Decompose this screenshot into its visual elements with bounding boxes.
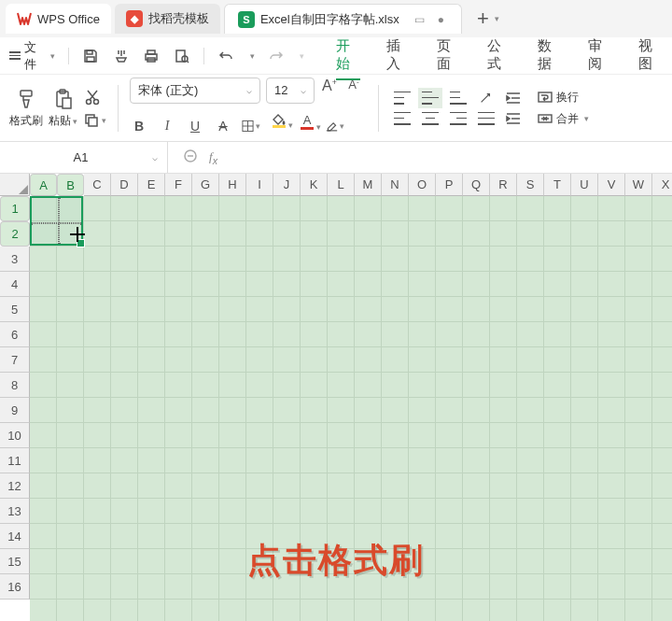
row-header[interactable]: 1 (0, 196, 30, 221)
fill-color-button[interactable]: ▾ (270, 114, 288, 137)
row-header[interactable]: 10 (0, 423, 30, 448)
increase-font-icon[interactable]: A+ (320, 78, 339, 104)
tab-page[interactable]: 页面 (437, 32, 461, 80)
col-header[interactable]: J (273, 174, 301, 196)
print-icon[interactable] (143, 47, 161, 65)
name-box[interactable]: A1 ⌵ (0, 142, 168, 173)
indent-decrease-icon[interactable] (506, 92, 523, 105)
col-header[interactable]: N (382, 174, 409, 196)
col-header[interactable]: D (111, 174, 138, 196)
row-header[interactable]: 4 (0, 272, 30, 297)
ribbon: 格式刷 粘贴▾ ▾ 宋体 (正文)⌵ 12⌵ A+ A- B I U A ▾ ▾… (0, 75, 672, 142)
undo-dropdown-icon[interactable]: ▾ (250, 51, 255, 61)
tab-wps-home[interactable]: WPS Office (6, 4, 111, 34)
align-left-icon[interactable] (394, 112, 411, 125)
col-header[interactable]: Q (463, 174, 490, 196)
col-header[interactable]: O (409, 174, 436, 196)
tab-formula[interactable]: 公式 (487, 32, 511, 80)
row-header[interactable]: 8 (0, 373, 30, 398)
row-header[interactable]: 2 (0, 221, 30, 247)
font-size-select[interactable]: 12⌵ (266, 78, 315, 104)
file-menu-button[interactable]: 文件 ▾ (9, 39, 55, 73)
col-header[interactable]: P (436, 174, 463, 196)
align-center-icon[interactable] (422, 112, 439, 125)
indent-increase-icon[interactable] (506, 112, 523, 125)
col-header[interactable]: X (652, 174, 672, 196)
col-header[interactable]: H (219, 174, 246, 196)
undo-icon[interactable] (217, 47, 235, 65)
justify-icon[interactable] (478, 112, 495, 125)
strike-icon[interactable]: A (214, 119, 232, 134)
row-header[interactable]: 11 (0, 448, 30, 473)
row-header[interactable]: 12 (0, 473, 30, 499)
select-all-corner[interactable] (0, 174, 30, 196)
decrease-font-icon[interactable]: A- (344, 78, 363, 104)
italic-icon[interactable]: I (158, 119, 176, 134)
col-header[interactable]: G (192, 174, 219, 196)
alignment-group (394, 92, 523, 125)
font-select[interactable]: 宋体 (正文)⌵ (130, 78, 260, 104)
tab-close-icon[interactable]: ● (438, 13, 444, 26)
border-button[interactable]: ▾ (242, 120, 260, 133)
row-header[interactable]: 3 (0, 247, 30, 272)
col-header[interactable]: C (84, 174, 111, 196)
col-header[interactable]: R (490, 174, 517, 196)
col-header[interactable]: U (571, 174, 598, 196)
cancel-formula-icon[interactable] (183, 148, 198, 166)
save-icon[interactable] (82, 47, 100, 65)
tab-file-active[interactable]: S Excel自制田字格字帖.xlsx ▭ ● (224, 4, 462, 34)
align-right-icon[interactable] (450, 112, 467, 125)
col-header[interactable]: V (598, 174, 625, 196)
row-header[interactable]: 6 (0, 322, 30, 347)
tab-review[interactable]: 审阅 (588, 32, 612, 80)
tab-start[interactable]: 开始 (336, 32, 360, 80)
tab-template[interactable]: ◆ 找稻壳模板 (115, 4, 220, 34)
font-color-button[interactable]: A▾ (298, 113, 316, 139)
tab-insert[interactable]: 插入 (386, 32, 411, 80)
new-tab-button[interactable]: + (477, 7, 489, 31)
col-header[interactable]: T (544, 174, 571, 196)
paste-button[interactable]: 粘贴▾ (49, 80, 77, 136)
preview-icon[interactable] (174, 47, 191, 65)
clear-format-button[interactable]: ▾ (326, 120, 344, 133)
cut-icon[interactable] (83, 88, 102, 106)
template-icon: ◆ (126, 10, 143, 27)
redo-icon[interactable] (268, 47, 286, 65)
tab-data[interactable]: 数据 (538, 32, 562, 80)
print-alt-icon[interactable] (113, 47, 131, 65)
col-header[interactable]: S (517, 174, 544, 196)
format-painter-button[interactable]: 格式刷 (9, 80, 43, 136)
col-header[interactable]: W (625, 174, 652, 196)
col-header[interactable]: F (165, 174, 192, 196)
fx-icon[interactable]: fx (209, 149, 217, 166)
bold-icon[interactable]: B (130, 119, 148, 134)
col-header[interactable]: E (138, 174, 165, 196)
tab-more-icon[interactable]: ▾ (495, 14, 499, 23)
col-header[interactable]: L (328, 174, 355, 196)
tab-menu-icon[interactable]: ▭ (414, 13, 425, 26)
row-header[interactable]: 7 (0, 347, 30, 373)
align-middle-icon[interactable] (422, 92, 439, 105)
wrap-label: 换行 (556, 90, 579, 106)
wrap-text-button[interactable]: 换行 (538, 90, 589, 106)
underline-icon[interactable]: U (186, 119, 204, 134)
col-header[interactable]: M (355, 174, 382, 196)
orientation-icon[interactable] (478, 92, 495, 105)
col-header[interactable]: A (30, 174, 57, 196)
copy-button[interactable]: ▾ (83, 112, 106, 129)
merge-button[interactable]: 合并▾ (538, 111, 589, 127)
tab-template-label: 找稻壳模板 (148, 10, 209, 27)
row-header[interactable]: 9 (0, 398, 30, 423)
row-header[interactable]: 13 (0, 499, 30, 524)
col-header[interactable]: I (246, 174, 273, 196)
row-header[interactable]: 5 (0, 297, 30, 322)
svg-rect-7 (21, 91, 32, 96)
redo-dropdown-icon[interactable]: ▾ (300, 51, 304, 61)
spreadsheet[interactable]: ABCDEFGHIJKLMNOPQRSTUVWX 123456789101112… (0, 174, 672, 621)
align-top-icon[interactable] (394, 92, 411, 105)
col-header[interactable]: K (301, 174, 328, 196)
column-headers[interactable]: ABCDEFGHIJKLMNOPQRSTUVWX (30, 174, 672, 196)
align-bottom-icon[interactable] (450, 92, 467, 105)
tab-view[interactable]: 视图 (638, 32, 663, 80)
col-header[interactable]: B (57, 174, 84, 196)
